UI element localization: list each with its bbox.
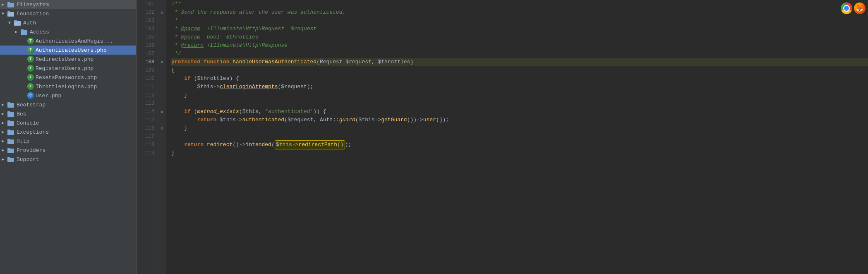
gutter-cell-marker: ◇ [158, 58, 166, 66]
code-line-119: } [171, 149, 868, 157]
folder-icon [7, 120, 15, 126]
code-line-102: * Send the response after the user was a… [171, 8, 868, 17]
sidebar-item-filesystem[interactable]: ▶ Filesystem [0, 0, 136, 9]
sidebar-item-label: Bus [17, 111, 26, 117]
sidebar-item-authenticates-and-regis[interactable]: ▶ T AuthenticatesAndRegis... [0, 36, 136, 46]
sidebar-item-label: Support [17, 156, 39, 163]
arrow-icon: ▶ [15, 29, 21, 34]
folder-icon [7, 2, 15, 7]
folder-icon [7, 11, 15, 17]
folder-icon [7, 111, 15, 117]
sidebar-item-label: Providers [17, 147, 46, 154]
line-number: 101 [137, 0, 158, 8]
sidebar-item-label: ResetsPasswords.php [36, 75, 97, 81]
code-line-115: return $this->authenticated($request, Au… [171, 116, 868, 124]
gutter-cell [158, 41, 166, 50]
sidebar-item-registers-users[interactable]: ▶ T RegistersUsers.php [0, 64, 136, 73]
sidebar-item-label: Foundation [17, 11, 49, 17]
folder-icon [14, 20, 22, 26]
code-line-106: * @return \Illuminate\Http\Response [171, 41, 868, 50]
line-number: 115 [137, 116, 158, 124]
line-number: 105 [137, 33, 158, 41]
arrow-icon: ▼ [2, 12, 7, 16]
code-line-114: if (method_exists($this, 'authenticated'… [171, 108, 868, 116]
folder-icon [7, 156, 15, 162]
sidebar-item-label: Console [17, 120, 39, 126]
chrome-icon[interactable] [841, 2, 852, 14]
code-line-104: * @param \Illuminate\Http\Request $reque… [171, 25, 868, 33]
folder-icon [7, 102, 15, 108]
line-number: 103 [137, 17, 158, 25]
line-number: 118 [137, 141, 158, 149]
sidebar-item-bus[interactable]: ▶ Bus [0, 109, 136, 118]
gutter-cell [158, 75, 166, 83]
line-number: 113 [137, 99, 158, 108]
folder-icon [7, 129, 15, 135]
sidebar-item-label: Http [17, 138, 29, 144]
sidebar-item-foundation[interactable]: ▼ Foundation [0, 9, 136, 18]
arrow-icon: ▼ [8, 21, 14, 25]
sidebar-item-label: ThrottlesLogins.php [36, 84, 97, 90]
sidebar-item-exceptions[interactable]: ▶ Exceptions [0, 127, 136, 137]
line-number: 110 [137, 75, 158, 83]
arrow-icon: ▶ [2, 157, 7, 162]
php-icon: T [27, 56, 34, 62]
gutter-cell [158, 25, 166, 33]
sidebar-item-label: RedirectsUsers.php [36, 56, 94, 62]
gutter-cell [158, 91, 166, 99]
line-number: 112 [137, 91, 158, 99]
line-number: 111 [137, 83, 158, 91]
line-number: 114 [137, 108, 158, 116]
sidebar-item-auth[interactable]: ▼ Auth [0, 18, 136, 27]
firefox-icon[interactable]: 🦊 [854, 2, 866, 14]
code-editor[interactable]: 101 102 103 104 105 106 107 108 109 110 … [137, 0, 868, 274]
arrow-icon: ▶ [2, 130, 7, 135]
arrow-icon: ▶ [2, 111, 7, 116]
sidebar-item-authenticates-users[interactable]: ▶ T AuthenticatesUsers.php [0, 46, 136, 55]
code-line-110: if ($throttles) { [171, 75, 868, 83]
php-icon: T [27, 47, 34, 53]
gutter-cell [158, 83, 166, 91]
sidebar-item-access[interactable]: ▶ Access [0, 27, 136, 36]
sidebar-item-http[interactable]: ▶ Http [0, 137, 136, 146]
arrow-icon: ▶ [2, 120, 7, 125]
sidebar-item-label: Filesystem [17, 2, 49, 8]
code-line-117 [171, 132, 868, 141]
gutter-cell [158, 116, 166, 124]
gutter-cell-marker: ◇ [158, 124, 166, 132]
gutter-cell [158, 141, 166, 149]
line-number: 107 [137, 50, 158, 58]
line-number: 119 [137, 149, 158, 157]
code-line-107: */ [171, 50, 868, 58]
line-number-active: 108 [137, 58, 158, 66]
sidebar-item-console[interactable]: ▶ Console [0, 118, 136, 127]
gutter-cell [158, 17, 166, 25]
line-numbers: 101 102 103 104 105 106 107 108 109 110 … [137, 0, 158, 274]
line-number: 116 [137, 124, 158, 132]
sidebar-item-bootstrap[interactable]: ▶ Bootstrap [0, 100, 136, 109]
sidebar-item-label: AuthenticatesUsers.php [36, 47, 107, 53]
code-line-118: return redirect()->intended($this->redir… [171, 141, 868, 149]
gutter-cell [158, 33, 166, 41]
code-content[interactable]: /** * Send the response after the user w… [166, 0, 868, 274]
sidebar-item-redirects-users[interactable]: ▶ T RedirectsUsers.php [0, 55, 136, 64]
line-number: 104 [137, 25, 158, 33]
sidebar-item-support[interactable]: ▶ Support [0, 155, 136, 164]
line-number: 117 [137, 132, 158, 141]
sidebar-item-label: AuthenticatesAndRegis... [36, 38, 113, 44]
line-number: 106 [137, 41, 158, 50]
folder-icon [7, 138, 15, 144]
sidebar-item-resets-passwords[interactable]: ▶ T ResetsPasswords.php [0, 73, 136, 82]
gutter-cell [158, 99, 166, 108]
gutter-cell-marker: ◇ [158, 108, 166, 116]
sidebar-item-label: User.php [36, 93, 61, 99]
php-icon: T [27, 65, 34, 72]
sidebar-item-providers[interactable]: ▶ Providers [0, 146, 136, 155]
browser-icons: 🦊 [841, 2, 866, 14]
php-icon-blue: C [27, 92, 34, 99]
sidebar-item-user[interactable]: ▶ C User.php [0, 91, 136, 100]
sidebar-item-label: Auth [23, 20, 36, 26]
sidebar-item-throttles-logins[interactable]: ▶ T ThrottlesLogins.php [0, 82, 136, 91]
code-line-103: * [171, 17, 868, 25]
sidebar-item-label: Access [30, 29, 49, 35]
